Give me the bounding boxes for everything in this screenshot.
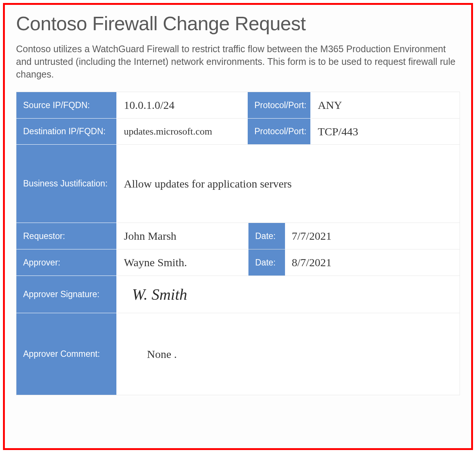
label-approver-signature: Approver Signature:	[16, 276, 117, 313]
label-business-justification: Business Justification:	[16, 144, 117, 223]
label-approver-date: Date:	[248, 249, 285, 276]
label-requestor-date: Date:	[248, 223, 285, 249]
label-source-ip: Source IP/FQDN:	[16, 92, 117, 118]
value-source-ip: 10.0.1.0/24	[117, 92, 248, 118]
requestor-date-block: Date: 7/7/2021	[248, 223, 460, 249]
label-approver: Approver:	[16, 249, 117, 276]
value-approver-comment: None .	[117, 313, 460, 395]
value-approver-date: 8/7/2021	[285, 249, 460, 276]
label-approver-comment: Approver Comment:	[16, 313, 117, 395]
label-source-protocol: Protocol/Port:	[248, 92, 311, 118]
value-dest-ip: updates.microsoft.com	[117, 118, 248, 144]
value-source-protocol: ANY	[311, 92, 460, 118]
label-dest-ip: Destination IP/FQDN:	[16, 118, 117, 144]
value-approver-signature: W. Smith	[117, 276, 460, 313]
approver-date-block: Date: 8/7/2021	[248, 249, 460, 276]
page-title: Contoso Firewall Change Request	[16, 12, 460, 35]
value-requestor-date: 7/7/2021	[285, 223, 460, 249]
value-requestor: John Marsh	[117, 223, 248, 249]
label-requestor: Requestor:	[16, 223, 117, 249]
document-frame: Contoso Firewall Change Request Contoso …	[3, 3, 473, 450]
label-dest-protocol: Protocol/Port:	[248, 118, 311, 144]
value-approver: Wayne Smith.	[117, 249, 248, 276]
value-business-justification: Allow updates for application servers	[117, 144, 460, 223]
form-table: Source IP/FQDN: 10.0.1.0/24 Protocol/Por…	[16, 92, 460, 395]
intro-paragraph: Contoso utilizes a WatchGuard Firewall t…	[16, 43, 460, 81]
value-dest-protocol: TCP/443	[311, 118, 460, 144]
